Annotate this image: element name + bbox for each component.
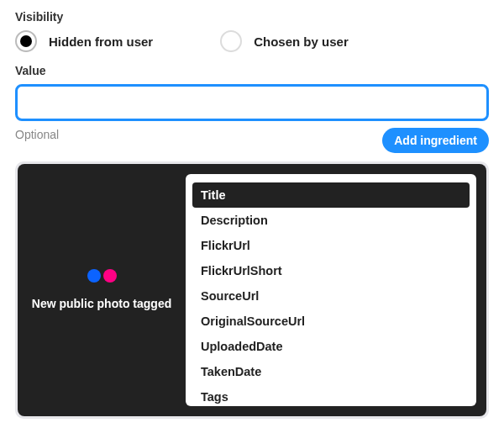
ingredient-item[interactable]: FlickrUrl <box>192 233 470 258</box>
value-label: Value <box>15 64 489 77</box>
radio-icon <box>15 30 37 52</box>
ingredient-item[interactable]: Description <box>192 208 470 233</box>
ingredient-item[interactable]: FlickrUrlShort <box>192 258 470 283</box>
ingredient-source-caption: New public photo tagged <box>32 296 171 312</box>
ingredient-item[interactable]: UploadedDate <box>192 334 470 359</box>
ingredient-source: New public photo tagged <box>18 164 186 416</box>
ingredient-item[interactable]: Title <box>192 182 470 208</box>
ingredient-picker: New public photo tagged Title Descriptio… <box>15 161 489 419</box>
ingredient-item[interactable]: Tags <box>192 384 470 406</box>
ingredient-item[interactable]: OriginalSourceUrl <box>192 309 470 334</box>
ingredient-list: Title Description FlickrUrl FlickrUrlSho… <box>186 174 476 406</box>
ingredient-item[interactable]: SourceUrl <box>192 283 470 309</box>
radio-icon <box>220 30 242 52</box>
optional-label: Optional <box>15 128 59 141</box>
visibility-hidden-option[interactable]: Hidden from user <box>15 30 153 52</box>
visibility-hidden-label: Hidden from user <box>49 34 153 49</box>
visibility-label: Visibility <box>15 10 489 24</box>
visibility-chosen-option[interactable]: Chosen by user <box>220 30 349 52</box>
visibility-chosen-label: Chosen by user <box>254 34 349 49</box>
visibility-radios: Hidden from user Chosen by user <box>15 30 489 52</box>
ingredient-item[interactable]: TakenDate <box>192 359 470 384</box>
add-ingredient-button[interactable]: Add ingredient <box>382 128 489 153</box>
flickr-icon <box>87 269 117 283</box>
value-input[interactable] <box>15 84 489 121</box>
